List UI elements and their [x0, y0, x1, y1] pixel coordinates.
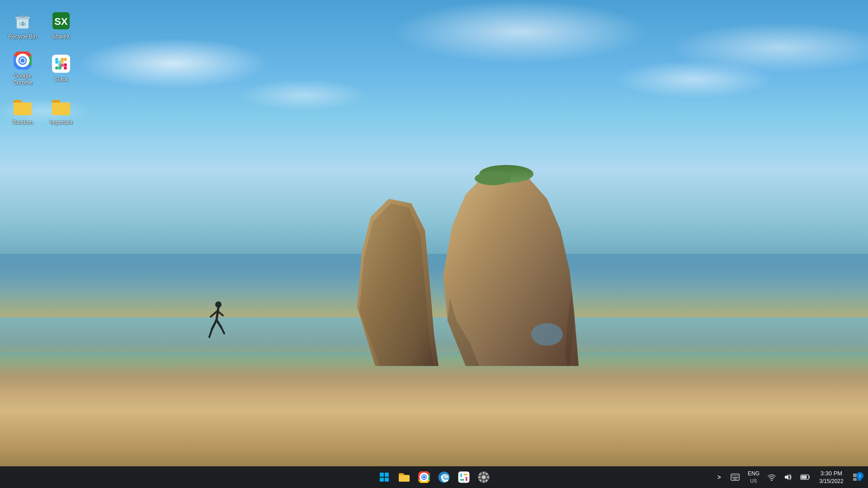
language-indicator-button[interactable]: ENG US — [745, 469, 762, 486]
svg-line-12 — [212, 320, 217, 329]
chrome-taskbar-button[interactable] — [415, 468, 433, 486]
input-indicator-button[interactable] — [728, 472, 742, 483]
svg-rect-31 — [55, 61, 58, 64]
svg-rect-55 — [460, 474, 462, 475]
svg-rect-82 — [809, 476, 810, 478]
svg-rect-54 — [460, 475, 462, 477]
svg-text:SX: SX — [54, 16, 68, 27]
svg-rect-33 — [64, 58, 67, 61]
svg-rect-53 — [458, 472, 470, 483]
language-text: ENG — [748, 470, 760, 478]
svg-line-9 — [217, 308, 218, 320]
slack-desktop-label: Slack — [54, 76, 67, 83]
taskbar-right: ENG US — [713, 468, 864, 487]
svg-rect-47 — [385, 478, 389, 482]
start-button[interactable] — [375, 468, 393, 486]
svg-point-5 — [531, 323, 563, 346]
slack-desktop-icon — [50, 53, 72, 75]
svg-rect-58 — [460, 479, 462, 481]
sharex-icon: SX — [50, 10, 72, 32]
desktop: ♻ Recycle Bin SX ShareX — [0, 0, 868, 488]
svg-rect-67 — [487, 477, 489, 478]
recycle-bin-icon: ♻ — [12, 10, 33, 32]
settings-taskbar-button[interactable] — [475, 468, 493, 486]
battery-button[interactable] — [797, 472, 813, 482]
svg-rect-35 — [55, 66, 58, 70]
svg-rect-46 — [380, 478, 384, 482]
sharex-label: ShareX — [52, 33, 70, 40]
svg-rect-56 — [466, 474, 467, 475]
chrome-desktop-icon — [12, 50, 33, 71]
clock-date: 3/15/2022 — [819, 478, 843, 485]
slack-taskbar-button[interactable] — [455, 468, 473, 486]
recycle-bin-label: Recycle Bin — [8, 33, 37, 40]
svg-point-63 — [482, 475, 486, 479]
svg-rect-61 — [466, 477, 467, 479]
svg-rect-59 — [462, 479, 464, 481]
svg-rect-57 — [463, 474, 465, 475]
important-folder-label: Important — [50, 119, 73, 126]
svg-rect-38 — [64, 63, 67, 66]
svg-rect-44 — [380, 473, 384, 477]
taskbar: ENG US — [0, 466, 868, 488]
svg-rect-60 — [466, 479, 467, 481]
important-folder-icon — [50, 96, 72, 117]
random-folder-icon — [12, 96, 33, 117]
svg-line-13 — [209, 329, 212, 337]
taskbar-center — [375, 468, 493, 486]
svg-rect-32 — [55, 58, 58, 61]
volume-button[interactable] — [781, 472, 795, 483]
desktop-icon-recycle-bin[interactable]: ♻ Recycle Bin — [5, 5, 41, 45]
wifi-button[interactable] — [765, 472, 778, 483]
rock-formations — [330, 163, 646, 366]
runner-figure — [208, 301, 226, 342]
svg-point-78 — [771, 479, 773, 481]
desktop-icon-random[interactable]: Random — [5, 90, 41, 131]
file-explorer-button[interactable] — [395, 468, 413, 486]
desktop-icon-important[interactable]: Important — [43, 90, 79, 131]
svg-point-4 — [475, 172, 511, 185]
clock-time: 3:30 PM — [821, 469, 842, 478]
svg-rect-45 — [385, 473, 389, 477]
desktop-icon-sharex[interactable]: SX ShareX — [43, 5, 79, 45]
svg-rect-65 — [483, 480, 485, 483]
svg-rect-43 — [61, 64, 64, 67]
svg-line-14 — [217, 320, 221, 327]
desktop-icon-chrome[interactable]: Google Chrome — [5, 47, 41, 88]
chrome-desktop-label: Google Chrome — [7, 73, 38, 86]
svg-rect-18 — [20, 15, 25, 17]
region-text: US — [750, 478, 757, 484]
svg-marker-79 — [785, 474, 788, 480]
desktop-icons-container: ♻ Recycle Bin SX ShareX — [0, 0, 84, 178]
random-folder-label: Random — [12, 119, 33, 126]
svg-rect-85 — [853, 478, 857, 481]
svg-rect-36 — [58, 66, 61, 70]
svg-rect-66 — [478, 477, 481, 478]
svg-rect-41 — [61, 61, 64, 64]
svg-rect-34 — [61, 58, 64, 61]
notification-count: 1 — [856, 472, 863, 479]
svg-rect-64 — [483, 472, 485, 474]
svg-rect-81 — [802, 475, 807, 479]
desktop-icon-slack[interactable]: Slack — [43, 47, 79, 88]
show-hidden-icons-button[interactable] — [713, 472, 725, 482]
notification-button[interactable]: 1 — [850, 471, 864, 483]
edge-taskbar-button[interactable] — [435, 468, 453, 486]
svg-line-15 — [221, 327, 224, 333]
svg-rect-37 — [64, 66, 67, 70]
svg-rect-72 — [731, 474, 739, 480]
clock-button[interactable]: 3:30 PM 3/15/2022 — [816, 468, 847, 487]
svg-point-51 — [423, 476, 425, 479]
